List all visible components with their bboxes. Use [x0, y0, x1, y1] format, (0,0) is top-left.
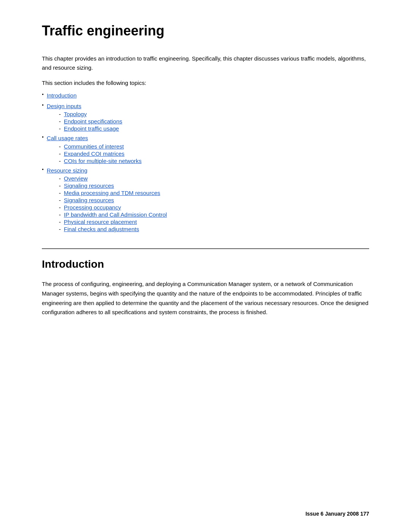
processing-occupancy-link[interactable]: Processing occupancy: [64, 204, 121, 211]
toc-sub-item-expanded-coi: - Expanded COI matrices: [59, 150, 142, 157]
physical-resource-link[interactable]: Physical resource placement: [64, 219, 137, 225]
page-title: Traffic engineering: [42, 23, 369, 39]
toc-link-introduction[interactable]: Introduction: [47, 91, 76, 101]
toc-link-design-inputs[interactable]: Design inputs: [47, 103, 81, 109]
final-checks-link[interactable]: Final checks and adjustments: [64, 226, 139, 232]
ip-bandwidth-link[interactable]: IP bandwidth and Call Admission Control: [64, 211, 167, 218]
dash-icon: -: [59, 118, 61, 125]
toc-item-call-usage-rates: ● Call usage rates - Communities of inte…: [42, 133, 369, 165]
cois-multiple-site-link[interactable]: COIs for multiple-site networks: [64, 158, 142, 164]
toc-sub-item-communities: - Communities of interest: [59, 143, 142, 150]
topics-label: This section includes the following topi…: [42, 78, 369, 88]
toc-design-inputs-group: Design inputs - Topology - Endpoint spec…: [47, 101, 122, 133]
overview-link[interactable]: Overview: [64, 175, 88, 182]
dash-icon: -: [59, 143, 61, 150]
design-inputs-link[interactable]: Design inputs: [47, 103, 81, 109]
intro-paragraph-1: This chapter provides an introduction to…: [42, 54, 369, 72]
expanded-coi-link[interactable]: Expanded COI matrices: [64, 150, 124, 157]
bullet-icon: ●: [42, 103, 44, 107]
dash-icon: -: [59, 226, 61, 232]
toc-sub-call-usage: - Communities of interest - Expanded COI…: [59, 143, 142, 164]
endpoint-traffic-usage-link[interactable]: Endpoint traffic usage: [64, 125, 119, 132]
toc-sub-item-media-processing: - Media processing and TDM resources: [59, 190, 167, 196]
introduction-body: The process of configuring, engineering,…: [42, 280, 369, 317]
toc-sub-item-processing-occupancy: - Processing occupancy: [59, 204, 167, 211]
dash-icon: -: [59, 190, 61, 196]
toc-sub-item-ip-bandwidth: - IP bandwidth and Call Admission Contro…: [59, 211, 167, 218]
dash-icon: -: [59, 158, 61, 164]
signaling-resources-2-link[interactable]: Signaling resources: [64, 197, 114, 203]
communities-link[interactable]: Communities of interest: [64, 143, 124, 150]
resource-sizing-link[interactable]: Resource sizing: [47, 167, 88, 174]
toc-sub-item-cois-multiple-site: - COIs for multiple-site networks: [59, 158, 142, 164]
dash-icon: -: [59, 175, 61, 182]
toc-item-design-inputs: ● Design inputs - Topology - Endpoint sp…: [42, 101, 369, 133]
toc-item-resource-sizing: ● Resource sizing - Overview - Signaling…: [42, 166, 369, 233]
toc-list: ● Introduction ● Design inputs - Topolog…: [42, 91, 369, 233]
introduction-link[interactable]: Introduction: [47, 92, 76, 99]
toc-sub-item-signaling-1: - Signaling resources: [59, 182, 167, 189]
page-container: Traffic engineering This chapter provide…: [0, 0, 411, 348]
toc-sub-item-endpoint-traffic: - Endpoint traffic usage: [59, 125, 122, 132]
introduction-section-title: Introduction: [42, 258, 369, 270]
toc-sub-item-signaling-2: - Signaling resources: [59, 197, 167, 203]
toc-call-usage-group: Call usage rates - Communities of intere…: [47, 133, 142, 165]
toc-link-resource-sizing[interactable]: Resource sizing: [47, 167, 88, 174]
bullet-icon: ●: [42, 93, 44, 96]
signaling-resources-1-link[interactable]: Signaling resources: [64, 182, 114, 189]
toc-sub-item-final-checks: - Final checks and adjustments: [59, 226, 167, 232]
dash-icon: -: [59, 182, 61, 189]
toc-sub-item-topology: - Topology: [59, 111, 122, 117]
toc-sub-item-overview: - Overview: [59, 175, 167, 182]
toc-sub-design-inputs: - Topology - Endpoint specifications - E…: [59, 111, 122, 132]
endpoint-specifications-link[interactable]: Endpoint specifications: [64, 118, 122, 125]
bullet-icon: ●: [42, 135, 44, 139]
dash-icon: -: [59, 150, 61, 157]
dash-icon: -: [59, 125, 61, 132]
section-divider: [42, 248, 369, 249]
toc-sub-resource-sizing: - Overview - Signaling resources - Media…: [59, 175, 167, 232]
toc-item-introduction: ● Introduction: [42, 91, 369, 101]
dash-icon: -: [59, 219, 61, 225]
media-processing-link[interactable]: Media processing and TDM resources: [64, 190, 160, 196]
toc-sub-item-endpoint-specs: - Endpoint specifications: [59, 118, 122, 125]
toc-resource-sizing-group: Resource sizing - Overview - Signaling r…: [47, 166, 167, 233]
toc-link-call-usage-rates[interactable]: Call usage rates: [47, 135, 88, 141]
page-footer: Issue 6 January 2008 177: [306, 511, 369, 517]
dash-icon: -: [59, 111, 61, 117]
call-usage-rates-link[interactable]: Call usage rates: [47, 135, 88, 141]
dash-icon: -: [59, 211, 61, 218]
topology-link[interactable]: Topology: [64, 111, 87, 117]
dash-icon: -: [59, 197, 61, 203]
bullet-icon: ●: [42, 168, 44, 171]
dash-icon: -: [59, 204, 61, 211]
toc-sub-item-physical-resource: - Physical resource placement: [59, 219, 167, 225]
